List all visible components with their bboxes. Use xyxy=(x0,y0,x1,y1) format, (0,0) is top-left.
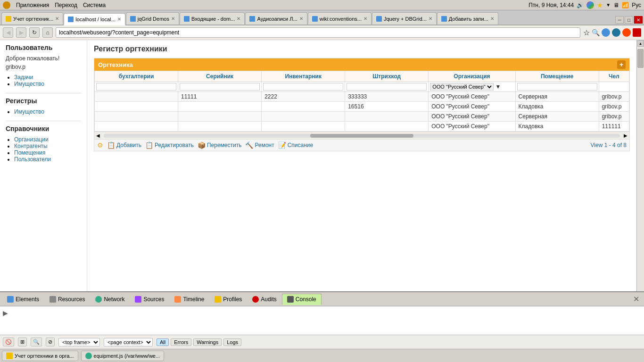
console-search-button[interactable]: 🔍 xyxy=(31,337,42,346)
search-icon[interactable]: 🔍 xyxy=(592,29,600,36)
tab-close-0[interactable]: ✕ xyxy=(55,16,59,21)
sidebar-link-contractors[interactable]: Контрагенты xyxy=(14,143,48,149)
col-header-org[interactable]: Организация xyxy=(429,71,515,82)
filter-room[interactable] xyxy=(517,83,597,90)
grid-scrollbar[interactable]: ◀ ▶ xyxy=(94,132,629,139)
os-menu-apps[interactable]: Приложения xyxy=(16,2,49,8)
filter-all-button[interactable]: All xyxy=(157,338,169,346)
devtools-tab-timeline[interactable]: Timeline xyxy=(169,294,209,305)
toolbar-refresh-icon[interactable]: ⚙ xyxy=(97,141,103,149)
maximize-button[interactable]: □ xyxy=(625,16,633,24)
filter-barcode[interactable] xyxy=(347,83,427,90)
filter-serial[interactable] xyxy=(180,83,260,90)
filter-logs-button[interactable]: Logs xyxy=(223,338,241,346)
devtools-tab-resources[interactable]: Resources xyxy=(44,294,90,305)
back-button[interactable]: ◀ xyxy=(3,27,13,38)
cell-person-0: gribov.p xyxy=(599,92,629,102)
repair-button[interactable]: 🔨 Ремонт xyxy=(245,141,274,149)
col-header-room[interactable]: Помещение xyxy=(515,71,599,82)
sidebar-link-tasks[interactable]: Задачи xyxy=(14,74,33,81)
taskbar-item-0[interactable]: Учет оргтехники в орга... xyxy=(2,351,78,361)
tab-close-4[interactable]: ✕ xyxy=(299,16,303,21)
scrollbar-right-btn[interactable]: ▶ xyxy=(622,133,629,138)
os-menu[interactable]: Приложения Переход Система xyxy=(3,1,106,9)
grid-scroll-container[interactable]: бухгалтерии Серийник Инвентарник Штрихко… xyxy=(94,71,629,132)
sidebar-link-property-registry[interactable]: Имущество xyxy=(14,108,44,115)
console-prompt-arrow[interactable]: ▶ xyxy=(3,309,8,317)
console-context-select[interactable]: <page context> xyxy=(104,338,153,346)
console-error-button[interactable]: ⊘ xyxy=(46,337,55,346)
cell-serial-0: 11111 xyxy=(178,92,262,102)
devtools-close-button[interactable]: ✕ xyxy=(630,295,642,304)
console-filter-button[interactable]: ⊞ xyxy=(18,337,27,346)
col-header-inv[interactable]: Инвентарник xyxy=(262,71,345,82)
console-clear-button[interactable]: 🚫 xyxy=(3,337,14,346)
col-header-person[interactable]: Чел xyxy=(599,71,629,82)
tab-3[interactable]: Входящие - dom... ✕ xyxy=(180,12,245,25)
minimize-button[interactable]: ─ xyxy=(615,16,624,24)
sidebar-user-title: Пользователь xyxy=(6,44,81,51)
grid-add-button[interactable]: + xyxy=(617,60,626,69)
devtools-tab-console[interactable]: Console xyxy=(282,294,322,305)
os-menu-system[interactable]: Система xyxy=(83,2,106,8)
col-header-buh[interactable]: бухгалтерии xyxy=(95,71,178,82)
sidebar-link-property[interactable]: Имущество xyxy=(14,81,44,87)
tab-close-1[interactable]: ✕ xyxy=(117,16,121,22)
filter-row[interactable]: ООО "Русский Север" ▼ xyxy=(95,82,629,92)
table-row[interactable]: ООО "Русский Север" Кладовка 111111 xyxy=(95,122,629,132)
tab-close-5[interactable]: ✕ xyxy=(363,16,367,21)
table-row[interactable]: ООО "Русский Север" Серверная gribov.p xyxy=(95,112,629,122)
sidebar-link-rooms[interactable]: Помещения xyxy=(14,149,45,156)
tab-6[interactable]: Jquery + DBGrid... ✕ xyxy=(372,12,437,25)
tab-0[interactable]: Учет оргтехник... ✕ xyxy=(1,12,63,25)
console-frame-select[interactable]: <top frame> xyxy=(58,338,100,346)
close-button[interactable]: ✕ xyxy=(634,16,643,24)
tab-bar: Учет оргтехник... ✕ localhost / local...… xyxy=(0,10,644,25)
tab-close-2[interactable]: ✕ xyxy=(171,16,175,21)
filter-inv[interactable] xyxy=(263,83,343,90)
sidebar-link-users[interactable]: Пользователи xyxy=(14,156,51,163)
table-row[interactable]: 16516 ООО "Русский Север" Кладовка gribo… xyxy=(95,102,629,112)
refresh-button[interactable]: ↻ xyxy=(29,27,40,38)
forward-button[interactable]: ▶ xyxy=(16,27,26,38)
address-bar[interactable] xyxy=(56,27,580,38)
devtools-tab-elements[interactable]: Elements xyxy=(2,294,44,305)
filter-org-select[interactable]: ООО "Русский Север" xyxy=(430,83,494,90)
col-header-barcode[interactable]: Штрихкод xyxy=(345,71,429,82)
devtools-tab-profiles[interactable]: Profiles xyxy=(209,294,247,305)
filter-buh[interactable] xyxy=(96,83,176,90)
devtools-tab-sources-label: Sources xyxy=(143,296,164,303)
move-button[interactable]: 📦 Переместить xyxy=(198,141,242,149)
filter-errors-button[interactable]: Errors xyxy=(171,338,191,346)
tab-5[interactable]: wiki:conventions... ✕ xyxy=(308,12,372,25)
taskbar-item-1[interactable]: equipment.js (/var/www/we... xyxy=(81,351,165,361)
tab-label-2: jqGrid Demos xyxy=(138,16,169,22)
writeoff-button[interactable]: 📝 Списание xyxy=(278,141,314,149)
devtools-tab-audits[interactable]: Audits xyxy=(247,294,281,305)
scroll-up-btn[interactable]: ▲ xyxy=(637,40,644,47)
scrollbar-left-btn[interactable]: ◀ xyxy=(94,133,102,138)
tab-close-3[interactable]: ✕ xyxy=(237,16,240,21)
filter-warnings-button[interactable]: Warnings xyxy=(193,338,222,346)
tab-2[interactable]: jqGrid Demos ✕ xyxy=(126,12,179,25)
devtools-tab-sources[interactable]: Sources xyxy=(130,294,169,305)
cell-serial-2 xyxy=(178,112,262,122)
devtools-tab-network[interactable]: Network xyxy=(90,294,130,305)
tab-4[interactable]: Аудиозаписи Л... ✕ xyxy=(245,12,307,25)
tab-close-7[interactable]: ✕ xyxy=(490,16,494,21)
col-header-serial[interactable]: Серийник xyxy=(178,71,262,82)
tab-1[interactable]: localhost / local... ✕ xyxy=(64,13,125,25)
edit-button[interactable]: 📋 Редактировать xyxy=(145,141,194,149)
scrollbar-track[interactable] xyxy=(104,134,620,138)
os-menu-go[interactable]: Переход xyxy=(55,2,77,8)
add-button[interactable]: 📋 Добавить xyxy=(107,141,141,149)
tab-close-6[interactable]: ✕ xyxy=(429,16,432,21)
bookmark-icon[interactable]: ☆ xyxy=(583,28,590,37)
home-button[interactable]: ⌂ xyxy=(42,27,53,38)
add-icon: 📋 xyxy=(107,141,115,149)
network-icon: 📶 xyxy=(622,2,629,8)
table-row[interactable]: 11111 2222 333333 ООО "Русский Север" Се… xyxy=(95,92,629,102)
sidebar-link-orgs[interactable]: Организации xyxy=(14,136,49,143)
tab-7[interactable]: Добавить запи... ✕ xyxy=(437,12,498,25)
edit-icon: 📋 xyxy=(145,141,153,149)
